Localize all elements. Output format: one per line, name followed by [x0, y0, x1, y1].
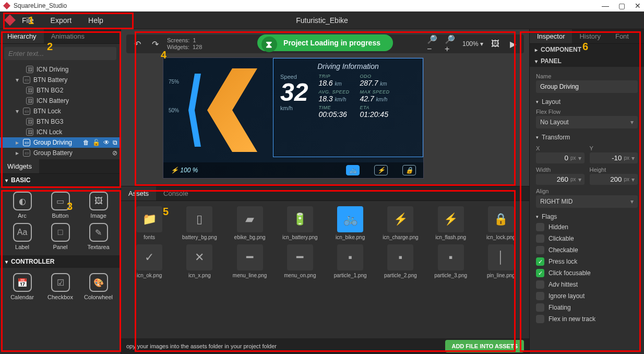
inspector-x-input[interactable]: px▾: [536, 152, 585, 163]
tree-unlock-icon[interactable]: 🔓: [92, 139, 100, 146]
image-mode-icon[interactable]: 🖼: [490, 38, 501, 50]
inspector-flexflow-select[interactable]: No Layout: [536, 116, 638, 128]
menu-export[interactable]: Export: [51, 16, 71, 25]
redo-button[interactable]: ↷: [149, 38, 161, 50]
tab-hierarchy[interactable]: Hierarchy: [0, 29, 44, 43]
asset-item[interactable]: ━menu_on.png: [277, 244, 323, 278]
tree-item-btn-bg2[interactable]: 🖼BTN BG2: [0, 85, 121, 96]
widgets-controller-header[interactable]: CONTROLLER: [0, 255, 121, 268]
asset-item[interactable]: 🔒icn_lock.png: [478, 206, 524, 240]
flag-checkbox[interactable]: [536, 315, 544, 323]
flag-checkbox[interactable]: ✓: [536, 269, 544, 277]
window-maximize[interactable]: ▢: [618, 2, 625, 10]
tree-item-icn-driving[interactable]: 🖼ICN Driving: [0, 64, 121, 75]
inspector-flags-header[interactable]: Flags: [536, 213, 638, 220]
flag-checkbox[interactable]: [536, 292, 544, 300]
hierarchy-search[interactable]: [4, 47, 116, 60]
flag-row[interactable]: ✓Click focusable: [536, 267, 638, 279]
asset-item[interactable]: ⚡icn_charge.png: [377, 206, 423, 240]
widget-calendar[interactable]: 📅Calendar: [5, 273, 39, 300]
flag-checkbox[interactable]: [536, 234, 544, 243]
inspector-layout-header[interactable]: Layout: [536, 98, 638, 105]
flag-row[interactable]: Checkable: [536, 244, 638, 256]
tree-item-btn-lock[interactable]: ▾▭BTN Lock: [0, 106, 121, 116]
tab-font[interactable]: Font: [608, 29, 636, 43]
tree-item-btn-bg3[interactable]: 🖼BTN BG3: [0, 116, 121, 127]
asset-item[interactable]: ⚡icn_flash.png: [428, 206, 474, 240]
inspector-height-input[interactable]: px▾: [590, 174, 638, 185]
widgets-basic-header[interactable]: BASIC: [0, 174, 121, 186]
flag-row[interactable]: Adv hittest: [536, 279, 638, 290]
flag-checkbox[interactable]: ✓: [536, 257, 544, 266]
tab-assets[interactable]: Assets: [121, 186, 156, 200]
widget-checkbox[interactable]: ☑Checkbox: [43, 273, 77, 300]
flag-row[interactable]: Floating: [536, 302, 638, 313]
add-file-button[interactable]: ADD FILE INTO ASSETS: [445, 340, 524, 352]
asset-item[interactable]: ▪particle_2.png: [377, 244, 423, 278]
flag-row[interactable]: Hidden: [536, 221, 638, 233]
asset-item[interactable]: ✓icn_ok.png: [126, 244, 172, 278]
inspector-width-input[interactable]: px▾: [536, 174, 585, 185]
flag-row[interactable]: ✓Press lock: [536, 256, 638, 267]
tab-console[interactable]: Console: [156, 186, 196, 200]
widget-image[interactable]: 🖼Image: [81, 192, 115, 219]
tree-item-icn-battery[interactable]: 🖼ICN Battery: [0, 96, 121, 106]
hierarchy-panel: Hierarchy Animations 🖼ICN Driving ▾▭BTN …: [0, 29, 121, 159]
widget-label[interactable]: AaLabel: [5, 223, 39, 250]
inspector-y-input[interactable]: px▾: [590, 152, 638, 163]
tree-eye-icon[interactable]: 👁: [103, 139, 110, 146]
widget-textarea[interactable]: ✎Textarea: [81, 223, 115, 250]
undo-button[interactable]: ↶: [132, 38, 143, 50]
asset-item[interactable]: ━menu_line.png: [227, 244, 273, 278]
tree-copy-icon[interactable]: ⧉: [113, 139, 117, 146]
lock-icon[interactable]: 🔒: [402, 165, 416, 175]
tab-animations[interactable]: Animations: [44, 29, 92, 43]
tree-delete-icon[interactable]: 🗑: [83, 139, 89, 146]
zoom-level[interactable]: 100% ▾: [462, 40, 483, 48]
flag-row[interactable]: Flex in new track: [536, 313, 638, 325]
tab-inspector[interactable]: Inspector: [530, 29, 572, 43]
window-minimize[interactable]: —: [602, 2, 609, 10]
screen-preview[interactable]: 75% 50% Driving Information Speed 32 km/…: [163, 57, 424, 179]
inspector-name-input[interactable]: [536, 80, 638, 93]
inspector-align-select[interactable]: RIGHT MID: [536, 195, 638, 208]
menu-help[interactable]: Help: [88, 16, 103, 25]
widget-arc[interactable]: ◐Arc: [5, 192, 39, 219]
inspector-transform-header[interactable]: Transform: [536, 134, 638, 141]
tree-eye-off-icon[interactable]: ⊘: [112, 149, 117, 157]
flag-checkbox[interactable]: [536, 246, 544, 254]
asset-item[interactable]: 🔋icn_battery.png: [277, 206, 323, 240]
widget-panel[interactable]: □Panel: [43, 223, 77, 250]
asset-item[interactable]: 🚲icn_bike.png: [327, 206, 373, 240]
flag-row[interactable]: Ignore layout: [536, 290, 638, 302]
inspector-component-section[interactable]: COMPONENT: [530, 44, 644, 55]
tab-history[interactable]: History: [572, 29, 607, 43]
flag-checkbox[interactable]: [536, 303, 544, 312]
tree-item-btn-battery[interactable]: ▾▭BTN Battery: [0, 75, 121, 85]
tree-item-icn-lock[interactable]: 🖼ICN Lock: [0, 127, 121, 137]
asset-item[interactable]: 📁fonts: [126, 206, 172, 240]
flag-checkbox[interactable]: [536, 223, 544, 231]
play-button[interactable]: ▶: [507, 38, 519, 50]
asset-item[interactable]: ✕icn_x.png: [176, 244, 222, 278]
asset-item[interactable]: ▪particle_3.png: [428, 244, 474, 278]
inspector-panel-section[interactable]: PANEL: [530, 55, 644, 67]
asset-item[interactable]: │pin_line.png: [478, 244, 524, 278]
zoom-out-button[interactable]: 🔎−: [427, 38, 438, 50]
battery-pct-75: 75%: [169, 79, 179, 85]
menu-file[interactable]: File: [22, 16, 34, 25]
flag-row[interactable]: Clickable: [536, 233, 638, 244]
charge-icon[interactable]: ⚡: [374, 165, 388, 175]
asset-item[interactable]: ▪particle_1.png: [327, 244, 373, 278]
tab-widgets[interactable]: Widgets: [0, 159, 39, 173]
asset-item[interactable]: ▰ebike_bg.png: [227, 206, 273, 240]
tree-item-group-driving[interactable]: ▸▭Group Driving 🗑 🔓 👁 ⧉: [0, 137, 121, 148]
flag-checkbox[interactable]: [536, 280, 544, 289]
window-close[interactable]: ✕: [635, 2, 641, 10]
widget-colorwheel[interactable]: 🎨Colorwheel: [81, 273, 115, 300]
asset-item[interactable]: ▯battery_bg.png: [176, 206, 222, 240]
tree-item-group-battery[interactable]: ▸▭Group Battery⊘: [0, 148, 121, 158]
widget-button[interactable]: ▭Button: [43, 192, 77, 219]
zoom-in-button[interactable]: 🔎+: [445, 38, 456, 50]
bike-icon[interactable]: 🚲: [346, 165, 360, 175]
